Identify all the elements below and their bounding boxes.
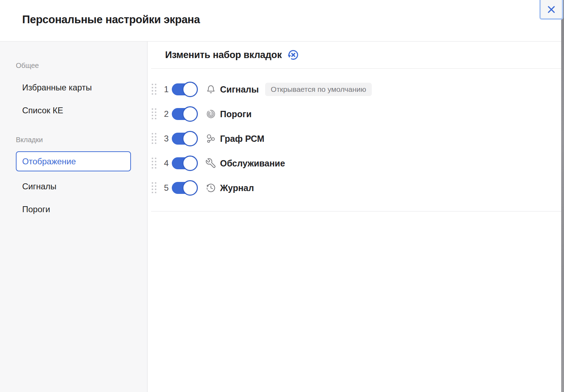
toggle-maintenance[interactable] bbox=[172, 156, 198, 171]
sidebar-item-thresholds[interactable]: Пороги bbox=[22, 204, 50, 214]
tab-label: Обслуживание bbox=[220, 158, 285, 169]
tab-list: 1 Сигналы Открывается по умолчанию bbox=[151, 69, 561, 211]
section-title: Изменить набор вкладок bbox=[165, 50, 282, 61]
sidebar-item-favorite-maps[interactable]: Избранные карты bbox=[22, 83, 92, 93]
tab-label: Граф РСМ bbox=[220, 134, 264, 144]
history-icon bbox=[205, 182, 217, 194]
bell-icon bbox=[205, 84, 217, 95]
tab-row-maintenance: 4 Обслуживание bbox=[151, 151, 561, 176]
toggle-thresholds[interactable] bbox=[172, 106, 198, 122]
personal-screen-settings-dialog: Персональные настройки экрана Общее Избр… bbox=[0, 0, 561, 392]
thresholds-icon bbox=[205, 108, 217, 120]
settings-sidebar: Общее Избранные карты Список КЕ Вкладки … bbox=[0, 42, 148, 392]
dialog-title: Персональные настройки экрана bbox=[22, 13, 200, 26]
sidebar-item-ke-list[interactable]: Список КЕ bbox=[22, 106, 63, 115]
graph-icon bbox=[205, 133, 217, 144]
drag-handle-icon[interactable] bbox=[151, 107, 157, 121]
underlying-page-edge bbox=[561, 0, 564, 392]
tab-order-number: 2 bbox=[163, 109, 169, 119]
empty-area bbox=[148, 211, 561, 392]
drag-handle-icon[interactable] bbox=[151, 83, 157, 96]
tab-label: Пороги bbox=[220, 109, 252, 119]
toggle-graph-rsm[interactable] bbox=[172, 131, 198, 146]
sidebar-item-signals[interactable]: Сигналы bbox=[22, 182, 56, 191]
drag-handle-icon[interactable] bbox=[151, 132, 157, 145]
sidebar-section-label-general: Общее bbox=[16, 62, 147, 70]
tab-row-thresholds: 2 Пороги bbox=[151, 102, 561, 126]
reset-icon bbox=[287, 49, 300, 61]
tab-order-number: 4 bbox=[163, 158, 169, 168]
toggle-signals[interactable] bbox=[172, 82, 198, 97]
tab-order-number: 3 bbox=[163, 134, 169, 144]
dialog-header: Персональные настройки экрана bbox=[0, 0, 561, 42]
sidebar-item-display[interactable]: Отображение bbox=[16, 151, 131, 171]
settings-main-panel: Изменить набор вкладок bbox=[148, 42, 561, 392]
tab-label: Журнал bbox=[220, 183, 254, 193]
drag-handle-icon[interactable] bbox=[151, 157, 157, 170]
tab-order-number: 5 bbox=[163, 183, 169, 193]
toggle-journal[interactable] bbox=[172, 180, 198, 196]
tab-order-number: 1 bbox=[163, 84, 169, 94]
drag-handle-icon[interactable] bbox=[151, 181, 157, 195]
tab-row-graph-rsm: 3 Граф РСМ bbox=[151, 126, 561, 151]
default-badge: Открывается по умолчанию bbox=[265, 83, 372, 96]
close-button[interactable] bbox=[539, 0, 563, 20]
tab-label: Сигналы bbox=[220, 84, 259, 95]
tab-set-header: Изменить набор вкладок bbox=[151, 42, 561, 69]
close-icon bbox=[546, 4, 557, 15]
reset-tabs-button[interactable] bbox=[287, 49, 300, 61]
tab-row-journal: 5 Журнал bbox=[151, 176, 561, 200]
wrench-icon bbox=[205, 158, 217, 169]
sidebar-section-label-tabs: Вкладки bbox=[16, 136, 147, 144]
tab-row-signals: 1 Сигналы Открывается по умолчанию bbox=[151, 77, 561, 102]
